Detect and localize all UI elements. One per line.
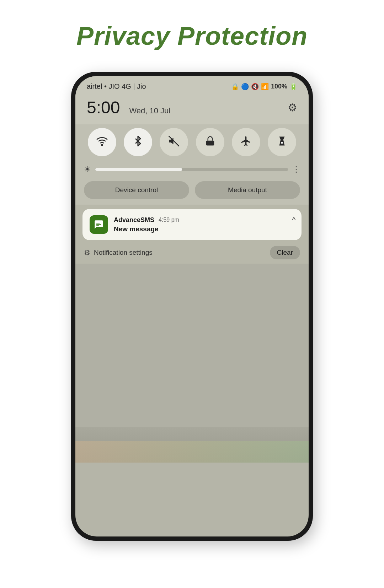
mute-toggle[interactable] <box>160 128 188 156</box>
airplane-toggle[interactable] <box>232 128 260 156</box>
flashlight-toggle[interactable] <box>268 128 296 156</box>
phone-bottom <box>75 427 309 463</box>
bluetooth-icon <box>133 136 143 149</box>
wifi-icon <box>96 135 108 150</box>
phone-outer: airtel • JIO 4G | Jio 🔒 🔵 🔇 📶 100% 🔋 5:0… <box>71 72 313 541</box>
notification-settings-gear-icon: ⚙ <box>84 248 90 257</box>
device-control-button[interactable]: Device control <box>84 181 189 199</box>
time-display: 5:00 <box>87 98 120 117</box>
brightness-bar[interactable] <box>95 168 288 171</box>
brightness-fill <box>95 168 182 171</box>
time-row: 5:00 Wed, 10 Jul ⚙ <box>75 94 309 124</box>
device-media-row: Device control Media output <box>75 178 309 205</box>
svg-rect-4 <box>96 223 100 223</box>
notification-message: New message <box>114 225 294 233</box>
notification-header: AdvanceSMS 4:59 pm <box>114 216 294 224</box>
quick-toggles <box>75 124 309 162</box>
brightness-row: ☀ ⋮ <box>75 162 309 178</box>
svg-rect-2 <box>206 140 214 145</box>
date-display: Wed, 10 Jul <box>129 106 170 115</box>
app-icon <box>90 215 108 234</box>
mute-icon <box>168 135 180 149</box>
notification-app-name: AdvanceSMS <box>114 216 154 224</box>
lock-icon <box>205 136 215 149</box>
clear-button[interactable]: Clear <box>270 246 300 259</box>
wifi-status-icon: 🔇 <box>251 83 259 91</box>
bluetooth-status-icon: 🔒 <box>231 83 239 91</box>
svg-rect-6 <box>96 225 99 226</box>
notification-content: AdvanceSMS 4:59 pm New message <box>114 216 294 233</box>
svg-rect-5 <box>96 224 101 225</box>
empty-notification-area <box>75 264 309 427</box>
notification-settings-row: ⚙ Notification settings Clear <box>75 240 309 264</box>
settings-gear-icon[interactable]: ⚙ <box>288 101 297 114</box>
mute-status-icon: 🔵 <box>241 83 249 91</box>
brightness-icon: ☀ <box>84 165 91 174</box>
battery-icon: 🔋 <box>289 83 297 91</box>
status-icons: 🔒 🔵 🔇 📶 100% 🔋 <box>231 83 297 91</box>
carrier-text: airtel • JIO 4G | Jio <box>87 82 146 91</box>
time-date-group: 5:00 Wed, 10 Jul <box>87 98 170 117</box>
more-options-icon[interactable]: ⋮ <box>292 165 300 174</box>
battery-text: 100% <box>271 83 287 90</box>
flashlight-icon <box>277 136 287 149</box>
wifi-toggle[interactable] <box>88 128 116 156</box>
svg-point-3 <box>281 142 283 144</box>
media-output-button[interactable]: Media output <box>195 181 300 199</box>
svg-point-0 <box>101 144 102 145</box>
status-bar: airtel • JIO 4G | Jio 🔒 🔵 🔇 📶 100% 🔋 <box>75 76 309 94</box>
phone-mockup: airtel • JIO 4G | Jio 🔒 🔵 🔇 📶 100% 🔋 5:0… <box>71 72 313 541</box>
bluetooth-toggle[interactable] <box>124 128 152 156</box>
airplane-icon <box>240 135 252 149</box>
notification-chevron-icon[interactable]: ^ <box>292 215 296 225</box>
notification-area: AdvanceSMS 4:59 pm New message ^ <box>75 205 309 240</box>
notification-settings-label[interactable]: Notification settings <box>94 249 153 257</box>
screen-lock-toggle[interactable] <box>196 128 224 156</box>
notification-settings-left: ⚙ Notification settings <box>84 248 153 257</box>
notification-card[interactable]: AdvanceSMS 4:59 pm New message ^ <box>82 209 302 240</box>
signal-status-icon: 📶 <box>261 83 269 91</box>
notification-time: 4:59 pm <box>159 217 179 223</box>
page-title: Privacy Protection <box>76 21 308 50</box>
phone-inner: airtel • JIO 4G | Jio 🔒 🔵 🔇 📶 100% 🔋 5:0… <box>75 76 309 536</box>
